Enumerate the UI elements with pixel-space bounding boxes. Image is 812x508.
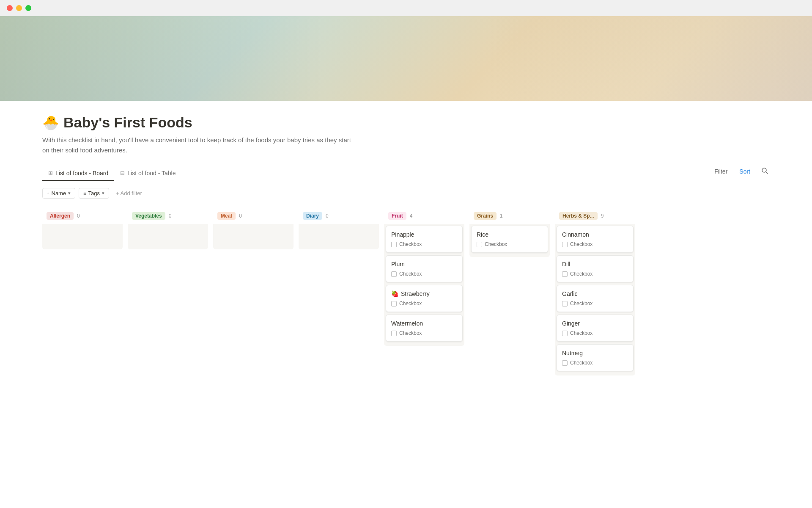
column-count-diary: 0: [326, 213, 329, 219]
card-title-text: Nutmeg: [562, 350, 583, 356]
filter-button[interactable]: Filter: [712, 166, 730, 177]
column-header-herbs: Herbs & Sp...9: [555, 209, 635, 223]
column-body-diary: [299, 224, 379, 249]
card-field: Checkbox: [562, 301, 628, 306]
search-button[interactable]: [760, 166, 770, 177]
name-chevron-icon: ▾: [68, 190, 71, 196]
card-title-text: Rice: [477, 231, 488, 238]
card-field: Checkbox: [562, 271, 628, 277]
svg-line-1: [766, 172, 768, 174]
card-title: Dill: [562, 261, 628, 268]
tags-filter-label: Tags: [88, 190, 100, 196]
column-body-allergen: [42, 224, 123, 249]
card-checkbox[interactable]: [562, 331, 568, 336]
card-title: Plum: [391, 261, 457, 268]
add-filter-button[interactable]: + Add filter: [112, 188, 145, 198]
minimize-button[interactable]: [16, 5, 22, 11]
tabs-right: Filter Sort: [712, 166, 770, 181]
tab-table[interactable]: ⊟ List of food - Table: [114, 166, 181, 181]
column-grains: Grains1RiceCheckbox: [469, 209, 550, 257]
card-checkbox-label: Checkbox: [399, 301, 422, 306]
card-title-text: Pinapple: [391, 231, 414, 238]
column-body-meat: [213, 224, 294, 249]
column-diary: Diary0: [299, 209, 379, 249]
card-title: Watermelon: [391, 320, 457, 327]
window-chrome: [0, 0, 812, 16]
column-allergen: Allergen0: [42, 209, 123, 249]
tags-filter-chip[interactable]: ≡ Tags ▾: [79, 188, 109, 199]
card-checkbox[interactable]: [562, 360, 568, 366]
tab-board[interactable]: ⊞ List of foods - Board: [42, 166, 114, 181]
table-row[interactable]: PinappleCheckbox: [386, 226, 463, 253]
column-header-diary: Diary0: [299, 209, 379, 223]
card-title: Pinapple: [391, 231, 457, 238]
card-field: Checkbox: [562, 241, 628, 247]
column-tag-grains: Grains: [474, 212, 497, 220]
column-tag-allergen: Allergen: [47, 212, 74, 220]
page-title-row: 🐣 Baby's First Foods: [42, 114, 770, 131]
maximize-button[interactable]: [25, 5, 31, 11]
card-checkbox[interactable]: [562, 301, 568, 306]
card-checkbox[interactable]: [391, 242, 397, 247]
card-checkbox[interactable]: [391, 301, 397, 306]
column-body-herbs: CinnamonCheckboxDillCheckboxGarlicCheckb…: [555, 224, 635, 375]
board-tab-icon: ⊞: [48, 170, 53, 176]
column-header-vegetables: Vegetables0: [128, 209, 208, 223]
column-body-fruit: PinappleCheckboxPlumCheckbox🍓StrawberryC…: [384, 224, 464, 346]
tabs-left: ⊞ List of foods - Board ⊟ List of food -…: [42, 166, 181, 180]
filter-bar: ↑ Name ▾ ≡ Tags ▾ + Add filter: [42, 188, 770, 199]
card-field: Checkbox: [562, 360, 628, 366]
card-checkbox-label: Checkbox: [399, 330, 422, 336]
card-checkbox-label: Checkbox: [399, 271, 422, 277]
table-row[interactable]: CinnamonCheckbox: [557, 226, 634, 253]
card-title: Nutmeg: [562, 350, 628, 356]
column-vegetables: Vegetables0: [128, 209, 208, 249]
card-title: Rice: [477, 231, 543, 238]
table-row[interactable]: DillCheckbox: [557, 255, 634, 282]
page-content: 🐣 Baby's First Foods With this checklist…: [0, 101, 812, 392]
column-herbs: Herbs & Sp...9CinnamonCheckboxDillCheckb…: [555, 209, 635, 375]
card-emoji: 🍓: [391, 290, 398, 297]
sort-button[interactable]: Sort: [737, 166, 753, 177]
close-button[interactable]: [7, 5, 13, 11]
column-header-fruit: Fruit4: [384, 209, 464, 223]
column-tag-meat: Meat: [217, 212, 236, 220]
card-checkbox[interactable]: [391, 271, 397, 277]
column-tag-diary: Diary: [303, 212, 322, 220]
card-checkbox-label: Checkbox: [570, 360, 593, 366]
page-emoji: 🐣: [42, 115, 59, 131]
board: Allergen0Vegetables0Meat0Diary0Fruit4Pin…: [42, 209, 770, 375]
table-row[interactable]: GarlicCheckbox: [557, 285, 634, 312]
table-row[interactable]: PlumCheckbox: [386, 255, 463, 282]
tags-chevron-icon: ▾: [102, 190, 104, 196]
card-checkbox[interactable]: [391, 331, 397, 336]
table-row[interactable]: RiceCheckbox: [471, 226, 548, 253]
page-description: With this checklist in hand, you'll have…: [42, 135, 355, 155]
card-checkbox-label: Checkbox: [570, 330, 593, 336]
card-checkbox[interactable]: [562, 242, 568, 247]
column-count-fruit: 4: [410, 213, 413, 219]
column-count-herbs: 9: [601, 213, 604, 219]
column-tag-vegetables: Vegetables: [132, 212, 165, 220]
column-header-meat: Meat0: [213, 209, 294, 223]
table-tab-icon: ⊟: [120, 170, 125, 176]
page-title: Baby's First Foods: [63, 114, 192, 131]
column-body-vegetables: [128, 224, 208, 249]
table-row[interactable]: GingerCheckbox: [557, 315, 634, 342]
card-checkbox[interactable]: [477, 242, 482, 247]
table-row[interactable]: NutmegCheckbox: [557, 344, 634, 371]
table-row[interactable]: 🍓StrawberryCheckbox: [386, 285, 463, 312]
card-title-text: Garlic: [562, 290, 578, 297]
card-checkbox-label: Checkbox: [570, 271, 593, 277]
name-filter-chip[interactable]: ↑ Name ▾: [42, 188, 75, 199]
card-checkbox-label: Checkbox: [570, 241, 593, 247]
column-tag-herbs: Herbs & Sp...: [559, 212, 598, 220]
card-title-text: Strawberry: [401, 290, 430, 297]
table-row[interactable]: WatermelonCheckbox: [386, 315, 463, 342]
hero-banner: [0, 16, 812, 101]
column-tag-fruit: Fruit: [388, 212, 406, 220]
column-count-vegetables: 0: [169, 213, 172, 219]
card-checkbox[interactable]: [562, 271, 568, 277]
tags-list-icon: ≡: [83, 191, 86, 196]
card-title-text: Dill: [562, 261, 570, 268]
